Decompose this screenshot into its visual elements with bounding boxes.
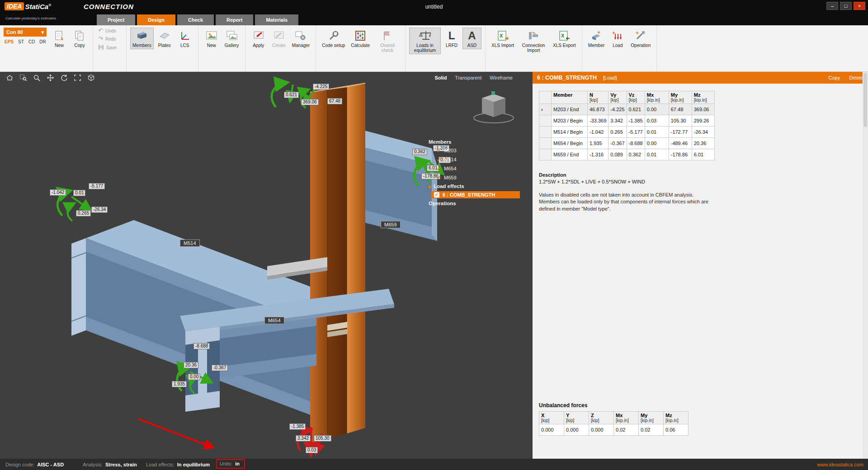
lcs-axes-icon xyxy=(179,30,191,42)
delete-load-button[interactable]: Delete xyxy=(849,75,863,80)
labels-plates-button[interactable]: Plates xyxy=(155,28,174,49)
force-label: 105.30 xyxy=(314,435,331,442)
undo-button[interactable]: ↶Undo xyxy=(97,28,118,34)
mode-wireframe[interactable]: Wireframe xyxy=(490,75,513,80)
loads-in-equilibrium-button[interactable]: Loads in equilibrium xyxy=(409,28,441,54)
tree-load-effects-header[interactable]: ▶Load effects xyxy=(428,182,524,190)
force-label: -1.385 xyxy=(289,423,306,430)
template-apply-button[interactable]: Apply xyxy=(249,28,268,49)
panel-header: 6 : COMB_STRENGTH [Load] Copy Delete xyxy=(533,72,868,84)
picture-gallery-button[interactable]: Gallery xyxy=(222,28,241,49)
asd-button[interactable]: A ASD xyxy=(462,28,481,49)
picture-new-button[interactable]: New xyxy=(202,28,221,49)
tab-project[interactable]: Project xyxy=(97,14,135,25)
force-label: -26.34 xyxy=(91,207,108,213)
mode-cd[interactable]: CD xyxy=(28,39,35,44)
row-selector[interactable]: › xyxy=(539,104,552,115)
mode-eps[interactable]: EPS xyxy=(5,39,14,44)
table-row[interactable]: M203 / Begin -33.369 3.342 -1.385 0.03 1… xyxy=(539,115,715,127)
redo-button[interactable]: ↷Redo xyxy=(97,36,118,42)
tab-design[interactable]: Design xyxy=(137,14,175,25)
tree-members-header[interactable]: Members xyxy=(428,138,524,146)
template-manager-button[interactable]: Manager xyxy=(290,28,312,49)
group-cbfem: Code setup Calculate Overall check xyxy=(316,25,406,71)
rotate-view-button[interactable] xyxy=(58,73,70,83)
undo-icon: ↶ xyxy=(98,28,103,33)
abacus-icon xyxy=(354,30,366,42)
render-cube-button[interactable] xyxy=(85,73,97,83)
labels-members-button[interactable]: Members xyxy=(130,28,154,49)
copy-load-button[interactable]: Copy xyxy=(829,75,840,80)
table-row[interactable]: M654 / Begin 1.935 -0.367 -8.688 0.00 -4… xyxy=(539,138,715,149)
new-project-item-button[interactable]: New xyxy=(50,28,69,49)
svg-text:X: X xyxy=(561,33,565,38)
copy-document-icon xyxy=(74,30,85,42)
code-setup-button[interactable]: Code setup xyxy=(320,28,347,49)
tree-item-m654[interactable]: ✓M654 xyxy=(428,164,524,173)
labels-lcs-button[interactable]: LCS xyxy=(175,28,194,49)
tree-operations-header[interactable]: Operations xyxy=(428,199,524,207)
minimize-button[interactable]: ‒ xyxy=(826,2,838,10)
3d-viewport[interactable]: Solid Transparent Wireframe xyxy=(0,72,533,459)
lrfd-button[interactable]: L LRFD xyxy=(442,28,461,49)
calculate-button[interactable]: Calculate xyxy=(349,28,372,49)
group-data: ↶Undo ↷Redo Save xyxy=(93,25,127,71)
force-label: 0.00 xyxy=(188,374,200,380)
save-button[interactable]: Save xyxy=(97,44,118,52)
mode-dr[interactable]: DR xyxy=(39,39,46,44)
copy-project-item-button[interactable]: Copy xyxy=(70,28,89,49)
mode-transparent[interactable]: Transparent xyxy=(455,75,481,80)
force-label: -4.225 xyxy=(313,84,329,90)
force-label: 0.03 xyxy=(306,447,318,453)
table-row[interactable]: M514 / Begin -1.042 0.265 -5.177 0.01 -1… xyxy=(539,127,715,138)
overall-check-button[interactable]: Overall check xyxy=(373,28,401,54)
checkbox-icon[interactable]: ✓ xyxy=(434,192,439,197)
navigation-cube[interactable] xyxy=(474,91,514,123)
zoom-fit-button[interactable] xyxy=(71,73,83,83)
tree-item-m659[interactable]: ✓M659 xyxy=(428,173,524,182)
force-label: 67.48 xyxy=(327,98,342,104)
tab-check[interactable]: Check xyxy=(177,14,214,25)
status-units[interactable]: Units: in xyxy=(216,459,245,469)
close-button[interactable]: × xyxy=(854,2,865,10)
zoom-button[interactable] xyxy=(31,73,42,83)
xls-import-button[interactable]: X XLS Import xyxy=(489,28,516,49)
svg-text:X: X xyxy=(500,33,503,38)
tree-item-m514[interactable]: ✓M514 xyxy=(428,155,524,164)
home-view-button[interactable] xyxy=(4,73,15,83)
description-formula: 1.2*SW + 1.2*SDL + LIVE + 0.5*SNOW + WIN… xyxy=(539,179,711,184)
tab-materials[interactable]: Materials xyxy=(255,14,298,25)
table-row[interactable]: › M203 / End 46.873 -4.225 0.621 0.00 67… xyxy=(539,104,715,115)
connection-selector[interactable]: Con 80▾ xyxy=(4,28,47,37)
xls-export-button[interactable]: X XLS Export xyxy=(551,28,578,49)
member-tag-m659[interactable]: M659 xyxy=(381,221,401,228)
website-link[interactable]: www.ideastatica.com xyxy=(817,459,863,470)
table-row[interactable]: M659 / End -1.316 0.089 0.362 0.01 -178.… xyxy=(539,149,715,160)
member-tag-m514[interactable]: M514 xyxy=(180,240,200,247)
new-operation-button[interactable]: + Operation xyxy=(628,28,653,49)
pan-button[interactable] xyxy=(44,73,56,83)
description-block: Description 1.2*SW + 1.2*SDL + LIVE + 0.… xyxy=(539,172,711,212)
zoom-window-button[interactable] xyxy=(17,73,29,83)
mode-solid[interactable]: Solid xyxy=(434,75,447,80)
new-member-button[interactable]: + Member xyxy=(586,28,607,49)
tree-item-active-load[interactable]: ✓ 6 : COMB_STRENGTH xyxy=(431,191,520,198)
tree-item-m203[interactable]: ✓M203 xyxy=(428,146,524,155)
panel-title: 6 : COMB_STRENGTH xyxy=(537,75,597,81)
description-title: Description xyxy=(539,172,711,178)
force-label: -5.177 xyxy=(89,183,105,189)
member-tag-m654[interactable]: M654 xyxy=(264,317,284,324)
connection-import-button[interactable]: Connection Import xyxy=(518,28,549,54)
force-label: 0.621 xyxy=(284,92,299,98)
panel-scrollbar[interactable] xyxy=(863,72,868,459)
mode-st[interactable]: ST xyxy=(18,39,24,44)
annotation-arrow xyxy=(138,419,212,447)
asd-letter-icon: A xyxy=(466,30,478,42)
render-mode-switch: Solid Transparent Wireframe xyxy=(434,72,513,84)
new-load-button[interactable]: + Load xyxy=(608,28,627,49)
maximize-button[interactable]: □ xyxy=(840,2,852,10)
tab-report[interactable]: Report xyxy=(216,14,253,25)
3d-scene[interactable] xyxy=(0,72,533,459)
group-project-items: Con 80▾ EPS ST CD DR New Copy xyxy=(0,25,93,71)
template-create-button[interactable]: Create xyxy=(269,28,288,49)
